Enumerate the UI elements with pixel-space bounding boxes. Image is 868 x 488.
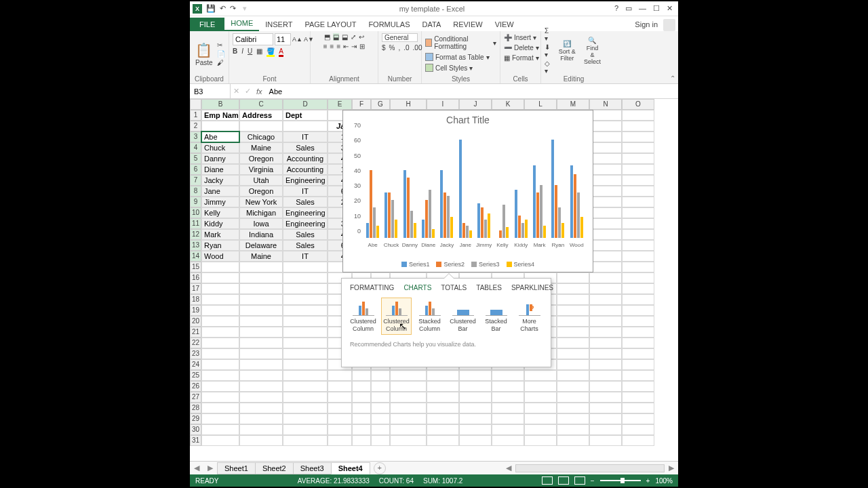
paste-button[interactable]: 📋Paste [193, 41, 215, 67]
tab-file[interactable]: FILE [190, 18, 224, 31]
cell-D5[interactable]: Accounting [283, 153, 328, 164]
format-as-table-button[interactable]: Format as Table ▾ [425, 52, 490, 62]
copy-icon[interactable]: 📄 [217, 50, 225, 58]
redo-icon[interactable]: ↷ [230, 4, 236, 13]
cell-D4[interactable]: Sales [283, 142, 328, 153]
indent-dec-icon[interactable]: ⇤ [343, 43, 349, 50]
cell-D9[interactable]: Sales [283, 197, 328, 207]
tab-view[interactable]: VIEW [489, 18, 520, 31]
qa-tab-formatting[interactable]: FORMATTING [350, 284, 394, 291]
clear-icon[interactable]: ◇ ▾ [545, 60, 553, 75]
cell-B9[interactable]: Jimmy [201, 197, 239, 207]
cell-B3[interactable]: Abe [201, 131, 239, 142]
maximize-icon[interactable]: ☐ [653, 4, 660, 13]
tab-review[interactable]: REVIEW [447, 18, 488, 31]
tab-home[interactable]: HOME [224, 16, 259, 31]
fx-enter-icon[interactable]: ✓ [242, 87, 254, 96]
find-select-button[interactable]: 🔍Find & Select [582, 36, 603, 66]
tab-insert[interactable]: INSERT [259, 18, 298, 31]
col-header-M[interactable]: M [557, 99, 589, 110]
qa-chart-option-2[interactable]: StackedColumn [415, 298, 444, 334]
cell-D10[interactable]: Engineering [283, 207, 328, 218]
cell-B5[interactable]: Danny [201, 153, 239, 164]
zoom-level[interactable]: 100% [655, 477, 673, 485]
number-format-select[interactable]: General [382, 33, 418, 42]
undo-icon[interactable]: ↶ [220, 4, 226, 13]
help-icon[interactable]: ? [614, 4, 618, 13]
cell-C11[interactable]: Iowa [239, 218, 283, 229]
add-sheet-button[interactable]: + [374, 462, 386, 474]
cell-D7[interactable]: Engineering [283, 175, 328, 186]
align-bottom-icon[interactable]: ⬓ [342, 33, 348, 41]
sheet-tab-Sheet1[interactable]: Sheet1 [217, 462, 256, 474]
col-header-J[interactable]: J [459, 99, 492, 110]
col-header-I[interactable]: I [427, 99, 459, 110]
format-cells-button[interactable]: ▦ Format ▾ [504, 54, 539, 62]
cell-B14[interactable]: Wood [201, 251, 239, 262]
sheet-nav-prev-icon[interactable]: ◀ [190, 464, 203, 472]
percent-icon[interactable]: % [389, 44, 395, 52]
conditional-formatting-button[interactable]: Conditional Formatting ▾ [425, 35, 496, 51]
orientation-icon[interactable]: ⤢ [351, 33, 356, 41]
col-header-C[interactable]: C [239, 99, 283, 110]
cell-D12[interactable]: Sales [283, 229, 328, 240]
sheet-tab-Sheet2[interactable]: Sheet2 [255, 462, 294, 474]
cell-B11[interactable]: Kiddy [201, 218, 239, 229]
underline-button[interactable]: U [248, 47, 252, 57]
fx-icon[interactable]: fx [254, 87, 265, 96]
collapse-ribbon-icon[interactable]: ⌃ [670, 75, 675, 82]
cell-styles-button[interactable]: Cell Styles ▾ [425, 63, 473, 73]
horizontal-scrollbar[interactable] [515, 464, 665, 472]
cell-B4[interactable]: Chuck [201, 142, 239, 153]
zoom-out-icon[interactable]: − [591, 477, 595, 485]
col-header-E[interactable]: E [328, 99, 352, 110]
cell-C5[interactable]: Oregon [239, 153, 283, 164]
col-header-D[interactable]: D [283, 99, 328, 110]
cell-D14[interactable]: IT [283, 251, 328, 262]
minimize-icon[interactable]: — [639, 4, 646, 13]
currency-icon[interactable]: $ [382, 44, 386, 52]
cell-C8[interactable]: Oregon [239, 186, 283, 197]
formula-input[interactable]: Abe [265, 87, 287, 96]
insert-cells-button[interactable]: ➕ Insert ▾ [504, 33, 536, 42]
autosum-icon[interactable]: Σ ▾ [545, 27, 553, 42]
view-pagelayout-icon[interactable] [558, 476, 569, 485]
qa-chart-option-5[interactable]: ?MoreCharts [515, 298, 544, 334]
align-right-icon[interactable]: ≡ [336, 43, 340, 50]
col-header-N[interactable]: N [589, 99, 622, 110]
cell-C7[interactable]: Utah [239, 175, 283, 186]
col-header-H[interactable]: H [390, 99, 427, 110]
wrap-text-icon[interactable]: ↩ [359, 33, 364, 41]
cell-C6[interactable]: Virginia [239, 164, 283, 175]
dec-decimal-icon[interactable]: .00 [413, 44, 422, 52]
fx-cancel-icon[interactable]: ✕ [231, 87, 242, 96]
tab-formulas[interactable]: FORMULAS [362, 18, 416, 31]
cell-C9[interactable]: New York [239, 197, 283, 207]
indent-inc-icon[interactable]: ⇥ [351, 43, 357, 50]
ribbon-options-icon[interactable]: ▭ [625, 4, 632, 13]
align-center-icon[interactable]: ≡ [330, 43, 334, 50]
zoom-slider[interactable] [600, 480, 641, 481]
border-icon[interactable]: ▦ [256, 47, 262, 57]
qa-chart-option-3[interactable]: ClusteredBar [448, 298, 477, 334]
hscroll-right-icon[interactable]: ▶ [665, 464, 678, 472]
name-box[interactable]: B3 [190, 84, 231, 98]
avatar[interactable] [663, 19, 675, 31]
comma-icon[interactable]: , [398, 44, 400, 52]
col-header-O[interactable]: O [622, 99, 654, 110]
align-top-icon[interactable]: ⬒ [324, 33, 330, 41]
col-header-B[interactable]: B [201, 99, 239, 110]
cell-D8[interactable]: IT [283, 186, 328, 197]
font-name-input[interactable] [233, 33, 273, 45]
font-size-input[interactable] [275, 33, 291, 45]
tab-data[interactable]: DATA [416, 18, 448, 31]
italic-button[interactable]: I [241, 47, 243, 57]
inc-decimal-icon[interactable]: .0 [403, 44, 409, 52]
format-painter-icon[interactable]: 🖌 [217, 59, 225, 66]
cell-D11[interactable]: Engineering [283, 218, 328, 229]
sort-filter-button[interactable]: 🔃Sort & Filter [557, 39, 578, 62]
sign-in-link[interactable]: Sign in [629, 18, 663, 31]
fill-icon[interactable]: ⬇ ▾ [545, 43, 553, 58]
merge-icon[interactable]: ⊞ [359, 43, 365, 50]
tab-pagelayout[interactable]: PAGE LAYOUT [298, 18, 362, 31]
